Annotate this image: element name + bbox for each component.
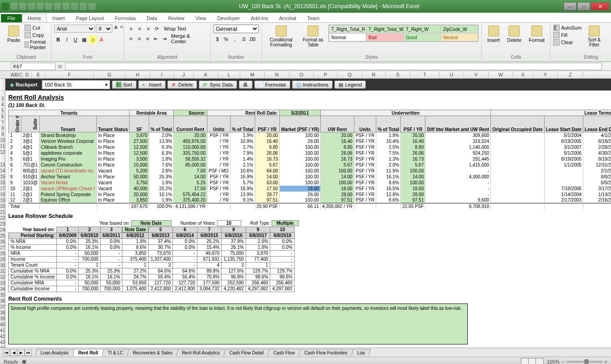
row-header[interactable]: 27: [0, 245, 5, 251]
style-cell[interactable]: Neutral: [441, 33, 478, 41]
align-right-icon[interactable]: ≡: [144, 35, 151, 43]
col-header[interactable]: V: [464, 71, 489, 78]
col-header[interactable]: X: [513, 71, 533, 78]
worksheet-area[interactable]: ABCDEFGHIJKLMNOPQRSTUVWXYZ 3456789101112…: [0, 71, 611, 348]
format-cells-button[interactable]: Format: [526, 25, 547, 44]
redo-icon[interactable]: [28, 3, 35, 10]
decrease-decimal-icon[interactable]: .00: [248, 35, 256, 43]
col-header[interactable]: Z: [558, 71, 583, 78]
percent-icon[interactable]: %: [222, 35, 230, 43]
align-bottom-icon[interactable]: ≡: [144, 25, 152, 33]
row-header[interactable]: 23: [0, 222, 5, 228]
row-header[interactable]: 24: [0, 228, 5, 233]
font-color-button[interactable]: A: [97, 35, 106, 44]
maximize-button[interactable]: □: [577, 2, 590, 10]
align-left-icon[interactable]: ≡: [127, 35, 135, 43]
prev-sheet-button[interactable]: ◀: [10, 349, 17, 356]
row-header[interactable]: 44: [0, 346, 5, 348]
row-header[interactable]: 5: [0, 108, 5, 114]
conditional-formatting-button[interactable]: Conditional Formatting: [265, 25, 298, 48]
col-header[interactable]: D: [23, 71, 32, 78]
col-header[interactable]: F: [45, 71, 94, 78]
row-header[interactable]: 26: [0, 239, 5, 245]
row-header[interactable]: 43: [0, 340, 5, 346]
row-header[interactable]: 11: [0, 144, 5, 150]
style-cell[interactable]: T_Right_Total_W: [366, 25, 404, 33]
row-header[interactable]: 37: [0, 304, 5, 310]
orientation-icon[interactable]: ⟳: [153, 25, 161, 33]
insert-cells-button[interactable]: Insert: [485, 25, 503, 44]
zoom-level[interactable]: 105%: [547, 359, 560, 364]
row-header[interactable]: 9: [0, 132, 5, 138]
fx-icon[interactable]: fx: [58, 64, 62, 69]
col-header[interactable]: K: [194, 71, 218, 78]
col-header[interactable]: Q: [338, 71, 362, 78]
find-select-button[interactable]: Find & Select: [607, 25, 611, 48]
col-header[interactable]: T: [410, 71, 439, 78]
property-select[interactable]: 100 Back St.▾: [42, 80, 110, 89]
grow-font-icon[interactable]: A: [113, 25, 118, 33]
row-header[interactable]: 20: [0, 204, 5, 210]
bold-button[interactable]: B: [54, 35, 62, 44]
row-header[interactable]: 10: [0, 138, 5, 144]
row-header[interactable]: 38: [0, 310, 5, 316]
sheet-tab[interactable]: Loa: [351, 349, 370, 356]
view-buttons[interactable]: [521, 358, 543, 364]
wrap-text-button[interactable]: Wrap Text: [162, 25, 188, 33]
row-header[interactable]: 30: [0, 263, 5, 269]
currency-icon[interactable]: $: [213, 35, 222, 43]
sheet-tab[interactable]: Recoveries & Sales: [127, 349, 178, 356]
row-header[interactable]: 25: [0, 233, 5, 239]
border-button[interactable]: ▦: [80, 35, 88, 44]
last-sheet-button[interactable]: ⏭: [25, 349, 32, 356]
row-header[interactable]: 16: [0, 180, 5, 186]
qat-icon[interactable]: [54, 3, 61, 10]
sheet-tab[interactable]: Rent Roll Analytics: [176, 349, 226, 356]
row-header[interactable]: 3: [0, 96, 5, 102]
paste-button[interactable]: Paste: [5, 25, 23, 44]
tab-data[interactable]: Data: [141, 14, 162, 22]
font-size-select[interactable]: 8: [96, 25, 112, 33]
first-sheet-button[interactable]: ⏮: [3, 349, 10, 356]
comma-icon[interactable]: ,: [231, 35, 239, 43]
row-header[interactable]: 28: [0, 251, 5, 257]
row-header[interactable]: 34: [0, 287, 5, 293]
select-all-corner[interactable]: [0, 71, 11, 78]
column-headers[interactable]: ABCDEFGHIJKLMNOPQRSTUVWXYZ: [0, 71, 611, 79]
row-header[interactable]: 29: [0, 257, 5, 263]
tab-acrobat[interactable]: Acrobat: [273, 14, 302, 22]
row-headers[interactable]: 3456789101112131415161718192021222324252…: [0, 79, 5, 348]
tab-developer[interactable]: Developer: [212, 14, 245, 22]
rollover-table[interactable]: Year based on:123Note Date5678910Period …: [8, 227, 295, 292]
col-header[interactable]: I: [150, 71, 174, 78]
minimize-button[interactable]: —: [564, 2, 576, 10]
row-header[interactable]: 6: [0, 114, 5, 120]
row-header[interactable]: [0, 79, 5, 91]
row-header[interactable]: 17: [0, 186, 5, 192]
style-cell[interactable]: Normal: [329, 33, 366, 41]
tab-formulas[interactable]: Formulas: [109, 14, 141, 22]
col-header[interactable]: P: [314, 71, 338, 78]
col-header[interactable]: L: [218, 71, 240, 78]
close-button[interactable]: ✕: [591, 2, 609, 10]
style-cell[interactable]: T_Right_Total_R: [329, 25, 366, 33]
row-header[interactable]: 4: [0, 102, 5, 108]
sort-filter-button[interactable]: Sort & Filter: [583, 25, 605, 48]
sheet-tab[interactable]: TI & LC: [102, 349, 129, 356]
row-header[interactable]: 41: [0, 328, 5, 334]
zoom-slider[interactable]: [566, 361, 603, 363]
tab-review[interactable]: Review: [162, 14, 190, 22]
name-box[interactable]: [11, 63, 56, 70]
row-header[interactable]: 8: [0, 126, 5, 132]
tab-insert[interactable]: Insert: [47, 14, 71, 22]
increase-indent-icon[interactable]: ⇥: [161, 35, 168, 43]
undo-icon[interactable]: [19, 3, 26, 10]
underline-button[interactable]: U: [71, 35, 80, 44]
fill-button[interactable]: Fill: [553, 32, 581, 38]
align-middle-icon[interactable]: ≡: [136, 25, 144, 33]
col-header[interactable]: Y: [533, 71, 558, 78]
increase-decimal-icon[interactable]: .0: [239, 35, 247, 43]
fill-color-button[interactable]: ◇: [89, 35, 97, 44]
row-header[interactable]: 36: [0, 298, 5, 304]
next-sheet-button[interactable]: ▶: [17, 349, 25, 356]
